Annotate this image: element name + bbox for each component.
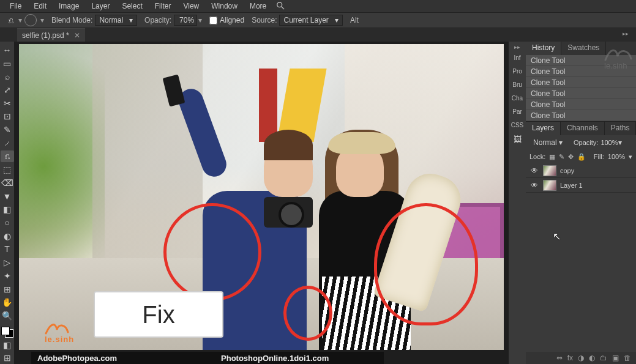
foreground-color-swatch[interactable] [1, 327, 10, 335]
tool-eraser[interactable]: ⬚ [1, 163, 14, 176]
panel-tab-info[interactable]: Inf [509, 51, 526, 64]
brush-dropdown[interactable]: ▾ [40, 16, 44, 24]
layer-name[interactable]: Layer 1 [560, 182, 583, 189]
tool-pencil[interactable]: ⟋ [1, 137, 14, 149]
panel-tab-character[interactable]: Cha [509, 92, 526, 104]
history-item[interactable]: Clone Tool [526, 99, 636, 110]
new-layer-icon[interactable]: ▣ [612, 354, 619, 362]
panel-tab-css[interactable]: CSS [509, 119, 526, 131]
layer-blend-mode-select[interactable]: Normal ▾ [529, 138, 571, 147]
history-item[interactable]: Clone Tool [526, 55, 636, 66]
tool-marquee[interactable]: ▭ [1, 58, 14, 70]
menu-filter[interactable]: Filter [149, 1, 178, 12]
tool-wand[interactable]: ⤢ [1, 84, 14, 96]
tool-gradient[interactable]: ⌫ [1, 177, 14, 189]
menu-edit[interactable]: Edit [28, 1, 53, 12]
history-item[interactable]: Clone Tool [526, 66, 636, 77]
alt-label: Alt [350, 16, 359, 24]
panel-icon-image[interactable]: 🖼 [511, 132, 524, 146]
source-select[interactable]: Current Layer ▾ [279, 15, 342, 26]
search-icon[interactable] [276, 1, 285, 12]
tab-swatches[interactable]: Swatches [561, 42, 606, 55]
tool-path[interactable]: ▷ [1, 256, 14, 269]
layer-row[interactable]: 👁 Layer 1 [526, 178, 636, 193]
menu-more[interactable]: More [244, 1, 272, 12]
tool-eyedropper[interactable]: ⊡ [1, 111, 14, 123]
logo-lesinh: le.sinh [45, 321, 74, 344]
menu-select[interactable]: Select [116, 1, 148, 12]
layer-thumbnail[interactable] [543, 165, 556, 176]
tool-zoom[interactable]: 🔍 [1, 310, 14, 322]
history-item[interactable]: Clone Tool [526, 110, 636, 121]
layer-visibility-icon[interactable]: 👁 [529, 166, 539, 175]
panel-tab-properties[interactable]: Pro [509, 65, 526, 77]
tool-move[interactable]: ↔ [1, 44, 14, 56]
tool-screenmode-icon[interactable]: ⊞ [1, 352, 14, 364]
lock-pixels-icon[interactable]: ✎ [559, 153, 564, 161]
tab-layers[interactable]: Layers [526, 122, 561, 135]
opacity-label: Opacity: [144, 16, 171, 24]
color-swatches[interactable] [1, 327, 13, 338]
layer-mask-icon[interactable]: ◑ [578, 354, 584, 362]
tool-text[interactable]: T [1, 243, 14, 256]
menu-image[interactable]: Image [53, 1, 85, 12]
new-group-icon[interactable]: 🗀 [600, 354, 607, 362]
dock-collapse-caret[interactable]: ▸▸ [514, 44, 520, 50]
tool-pen[interactable]: ◐ [1, 230, 14, 242]
canvas-area[interactable]: Fix le.sinh AdobePhotopea.com PhotoshopO… [14, 42, 509, 364]
delete-layer-icon[interactable]: 🗑 [624, 354, 631, 362]
layer-fx-icon[interactable]: fx [567, 354, 573, 362]
menu-layer[interactable]: Layer [85, 1, 116, 12]
footer-bar: AdobePhotopea.com PhotoshopOnline.1doi1.… [31, 352, 384, 364]
layer-opacity-value[interactable]: 100% [600, 139, 618, 146]
menu-view[interactable]: View [177, 1, 205, 12]
fill-value[interactable]: 100% [608, 153, 625, 160]
tab-paths[interactable]: Paths [605, 122, 636, 135]
blend-mode-select[interactable]: Normal ▾ [95, 15, 137, 26]
adjustment-layer-icon[interactable]: ◐ [589, 354, 595, 362]
close-tab-icon[interactable]: ✕ [74, 31, 80, 40]
tab-history[interactable]: History [526, 42, 561, 55]
tool-brush[interactable]: ✎ [1, 124, 14, 136]
history-list[interactable]: Clone Tool Clone Tool Clone Tool Clone T… [526, 55, 636, 122]
menu-file[interactable]: File [4, 1, 28, 12]
brush-preview-icon[interactable] [24, 14, 37, 26]
tool-hand[interactable]: ✋ [1, 296, 14, 308]
history-item[interactable]: Clone Tool [526, 88, 636, 99]
tool-dodge[interactable]: ○ [1, 217, 14, 229]
tool-quickmask-icon[interactable]: ◧ [1, 339, 14, 351]
tool-options-bar: ⎌ ▾ ▾ Blend Mode: Normal ▾ Opacity: 70% … [0, 12, 636, 28]
opacity-dropdown[interactable]: ▾ [198, 16, 202, 24]
layer-row[interactable]: 👁 copy [526, 163, 636, 178]
tool-crop[interactable]: ✂ [1, 97, 14, 110]
layer-name[interactable]: copy [560, 167, 574, 174]
layer-opacity-dropdown[interactable]: ▾ [618, 138, 622, 147]
history-item[interactable]: Clone Tool [526, 77, 636, 88]
panel-tab-paragraph[interactable]: Par [509, 105, 526, 117]
layer-thumbnail[interactable] [543, 180, 556, 191]
panel-tab-brush[interactable]: Bru [509, 78, 526, 91]
menu-window[interactable]: Window [205, 1, 244, 12]
link-layers-icon[interactable]: ⇔ [556, 354, 563, 362]
tool-shape[interactable]: ✦ [1, 270, 14, 282]
clone-stamp-icon[interactable]: ⎌ [5, 14, 17, 26]
tool-blur[interactable]: ◧ [1, 203, 14, 215]
tool-mesh[interactable]: ⊞ [1, 283, 14, 295]
layers-list[interactable]: 👁 copy 👁 Layer 1 [526, 163, 636, 193]
rail-collapse-caret[interactable]: ▸▸ [623, 31, 629, 37]
document-canvas[interactable]: Fix le.sinh [19, 44, 504, 350]
tool-bucket[interactable]: ▼ [1, 190, 14, 202]
document-tab[interactable]: selfie (1).psd * ✕ [17, 28, 85, 42]
aligned-checkbox[interactable] [209, 17, 217, 24]
lock-all-icon[interactable]: 🔒 [577, 153, 586, 161]
lock-transparent-icon[interactable]: ▦ [549, 153, 555, 161]
svg-line-1 [282, 6, 284, 9]
layer-visibility-icon[interactable]: 👁 [529, 181, 539, 190]
tab-channels[interactable]: Channels [561, 122, 605, 135]
lock-position-icon[interactable]: ✥ [568, 153, 574, 161]
tool-preset-dropdown[interactable]: ▾ [18, 16, 22, 24]
opacity-input[interactable]: 70% [174, 15, 197, 26]
tool-lasso[interactable]: ⌕ [1, 70, 14, 83]
tool-clone-stamp[interactable]: ⎌ [1, 150, 14, 163]
fill-dropdown[interactable]: ▾ [629, 153, 632, 161]
